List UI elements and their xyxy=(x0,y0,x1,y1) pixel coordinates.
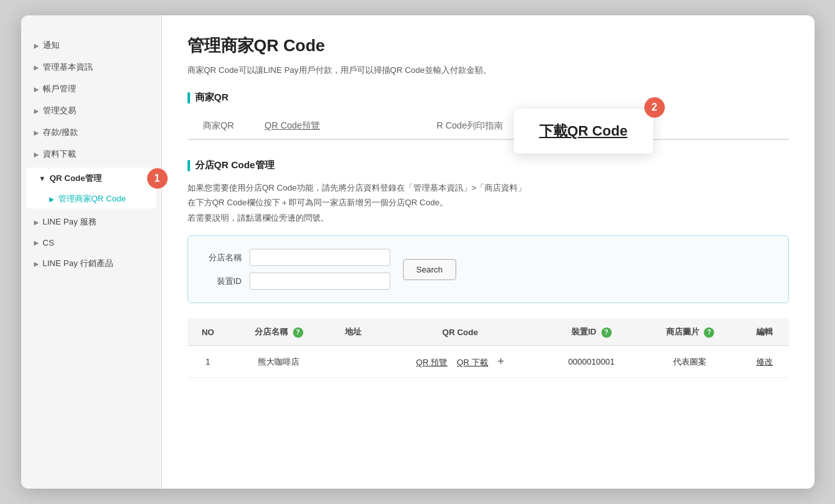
cell-edit: 修改 xyxy=(740,346,789,378)
col-shop-image: 商店圖片 ? xyxy=(640,319,740,346)
device-id-row: 裝置ID xyxy=(203,272,390,290)
table-row: 1 熊大咖啡店 QR 預覽 QR 下載 + 0000010001 代表圖案 修改 xyxy=(187,346,789,378)
sidebar-item-transactions[interactable]: ▶ 管理交易 xyxy=(21,100,161,122)
data-table: NO 分店名稱 ? 地址 QR Code 裝置ID ? 商店圖片 ? xyxy=(187,319,789,378)
tabs: 商家QR QR Code預覽 下載QR Code R Code列印指南 付款頁面… xyxy=(187,114,789,140)
help-icon-shop-image[interactable]: ? xyxy=(704,327,714,338)
arrow-icon: ▶ xyxy=(34,260,39,267)
sidebar-item-cs[interactable]: ▶ CS xyxy=(21,233,161,253)
branch-name-label: 分店名稱 xyxy=(203,252,242,264)
arrow-icon: ▶ xyxy=(34,64,39,71)
section2-description: 如果您需要使用分店QR Code功能，請先將分店資料登錄在「管理基本資訊」>「商… xyxy=(187,180,789,225)
col-no: NO xyxy=(187,319,229,346)
sidebar-item-data-download[interactable]: ▶ 資料下載 xyxy=(21,143,161,165)
arrow-icon: ▶ xyxy=(34,151,39,158)
help-icon-device[interactable]: ? xyxy=(601,327,612,338)
col-branch-name: 分店名稱 ? xyxy=(228,319,329,346)
arrow-down-icon: ▼ xyxy=(39,175,46,182)
page-description: 商家QR Code可以讓LINE Pay用戶付款，用戶可以掃描QR Code並輸… xyxy=(187,65,789,76)
col-edit: 編輯 xyxy=(740,319,789,346)
branch-name-row: 分店名稱 xyxy=(203,249,390,266)
main-content: 管理商家QR Code 商家QR Code可以讓LINE Pay用戶付款，用戶可… xyxy=(162,15,815,489)
col-device-id: 裝置ID ? xyxy=(543,319,640,346)
cell-no: 1 xyxy=(187,346,229,378)
cell-shop-image: 代表圖案 xyxy=(640,346,740,378)
search-button[interactable]: Search xyxy=(403,259,456,280)
tab-download-dropdown[interactable]: 下載QR Code 2 xyxy=(514,109,653,154)
branch-name-input[interactable] xyxy=(250,249,390,266)
sidebar-item-basic-info[interactable]: ▶ 管理基本資訊 xyxy=(21,56,161,78)
tab-merchant-qr[interactable]: 商家QR xyxy=(187,114,250,140)
arrow-icon: ▶ xyxy=(34,107,39,114)
arrow-icon: ▶ xyxy=(34,86,39,93)
sidebar-item-deposits[interactable]: ▶ 存款/撥款 xyxy=(21,122,161,143)
arrow-icon: ▶ xyxy=(49,196,54,203)
section1-header: 商家QR xyxy=(187,91,789,104)
page-title: 管理商家QR Code xyxy=(187,35,789,57)
sidebar-item-qr-management[interactable]: ▼ QR Code管理 1 xyxy=(26,168,156,189)
tab-print-guide[interactable]: R Code列印指南 xyxy=(421,114,518,140)
arrow-icon: ▶ xyxy=(34,219,39,226)
sidebar-item-notice[interactable]: ▶ 通知 xyxy=(21,35,161,56)
edit-link[interactable]: 修改 xyxy=(756,357,773,366)
sidebar-item-line-pay-service[interactable]: ▶ LINE Pay 服務 xyxy=(21,211,161,233)
qr-plus-icon[interactable]: + xyxy=(497,355,504,368)
cell-device-id: 0000010001 xyxy=(543,346,640,378)
badge-1: 1 xyxy=(147,168,168,189)
cell-qr-code: QR 預覽 QR 下載 + xyxy=(378,346,543,378)
col-address: 地址 xyxy=(329,319,377,346)
help-icon-branch[interactable]: ? xyxy=(293,327,303,338)
section2-header: 分店QR Code管理 xyxy=(187,159,789,171)
device-id-label: 裝置ID xyxy=(203,276,242,287)
arrow-icon: ▶ xyxy=(34,239,39,246)
sidebar-item-marketing[interactable]: ▶ LINE Pay 行銷產品 xyxy=(21,253,161,274)
sidebar-item-manage-qr[interactable]: ▶ 管理商家QR Code xyxy=(26,189,156,209)
cell-branch-name: 熊大咖啡店 xyxy=(228,346,329,378)
sidebar-item-account[interactable]: ▶ 帳戶管理 xyxy=(21,78,161,100)
badge-2: 2 xyxy=(644,97,665,118)
arrow-icon: ▶ xyxy=(34,129,39,136)
qr-preview-link[interactable]: QR 預覽 xyxy=(416,358,447,367)
arrow-icon: ▶ xyxy=(34,42,39,49)
sidebar: ▶ 通知 ▶ 管理基本資訊 ▶ 帳戶管理 ▶ 管理交易 ▶ 存款/撥款 ▶ 資料… xyxy=(21,15,162,489)
cell-address xyxy=(329,346,377,378)
search-fields: 分店名稱 裝置ID xyxy=(203,249,390,290)
tab-qr-preview[interactable]: QR Code預覽 xyxy=(250,114,335,140)
col-qr-code: QR Code xyxy=(378,319,543,346)
device-id-input[interactable] xyxy=(250,272,390,290)
search-box: 分店名稱 裝置ID Search xyxy=(187,235,789,303)
qr-download-link[interactable]: QR 下載 xyxy=(457,358,488,367)
